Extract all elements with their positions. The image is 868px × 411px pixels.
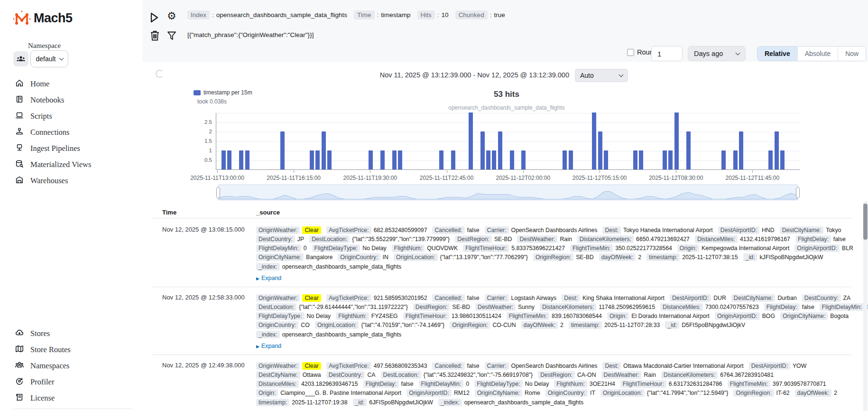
mode-absolute-button[interactable]: Absolute [797, 47, 838, 61]
histogram-bar[interactable] [245, 150, 249, 169]
field-key: DestAirportID: [749, 362, 790, 370]
home-icon [15, 79, 24, 89]
expand-row-button[interactable]: ▶Expand [256, 343, 281, 349]
sidebar-item-materialized-views[interactable]: Materialized Views [0, 157, 142, 173]
histogram-bar[interactable] [775, 131, 779, 169]
field-value: CA [367, 372, 375, 378]
mode-now-button[interactable]: Now [838, 47, 866, 61]
histogram-bar[interactable] [592, 112, 596, 169]
field-key: FlightTimeMin: [728, 380, 770, 388]
field-key: OriginCountry: [338, 253, 380, 261]
profiler-icon [15, 377, 24, 387]
column-header-source[interactable]: _source [256, 209, 280, 216]
field-key: Dest: [602, 226, 621, 234]
histogram-bar[interactable] [521, 150, 526, 169]
namespace-select[interactable]: default [30, 50, 68, 67]
histogram-bar[interactable] [486, 150, 490, 169]
histogram-bar[interactable] [380, 150, 385, 169]
field-key: OriginRegion: [733, 389, 774, 397]
sidebar-item-profiler[interactable]: Profiler [0, 374, 142, 390]
loading-spinner [156, 70, 164, 78]
navigator-left-handle[interactable] [216, 187, 220, 198]
expand-row-button[interactable]: ▶Expand [256, 275, 281, 281]
brand-logo: Mach5 [13, 9, 73, 27]
histogram-bar[interactable] [604, 150, 608, 169]
histogram-bar[interactable] [369, 150, 373, 169]
mode-relative-button[interactable]: Relative [757, 47, 797, 61]
histogram-bar[interactable] [498, 131, 502, 169]
x-axis-tick [447, 170, 447, 173]
field-key: DestWeather: [517, 235, 557, 243]
sidebar-item-scripts[interactable]: Scripts [0, 108, 142, 124]
histogram-bar[interactable] [322, 131, 326, 169]
histogram-bar[interactable] [310, 150, 314, 169]
field-value: 2 [560, 322, 563, 328]
field-key: _index: [256, 331, 280, 338]
x-axis-tick-label: 2025-11-11T13:00:00 [177, 175, 258, 181]
sidebar-item-stores[interactable]: Stores [0, 326, 142, 342]
sidebar-item-namespaces[interactable]: Namespaces [0, 358, 142, 374]
column-header-time[interactable]: Time [162, 209, 176, 216]
sidebar-item-warehouses[interactable]: Warehouses [0, 173, 142, 189]
histogram-bar[interactable] [686, 131, 691, 169]
field-key: AvgTicketPrice: [326, 362, 371, 370]
sidebar-item-license[interactable]: License [0, 390, 142, 406]
field-value: 2025-11-12T07:19:38 [292, 399, 347, 406]
field-key: Dest: [602, 362, 621, 370]
sidebar-item-notebooks[interactable]: Notebooks [0, 92, 142, 108]
histogram-bar[interactable] [768, 150, 773, 169]
histogram-bar[interactable] [280, 131, 285, 169]
sidebar-item-home[interactable]: Home [0, 76, 142, 92]
field-key: DestLocation: [256, 303, 296, 311]
histogram-bar[interactable] [239, 150, 243, 169]
chart-legend[interactable]: timestamp per 15m [194, 89, 252, 96]
scrollbar-thumb[interactable] [863, 204, 868, 240]
namespaces-icon [15, 361, 24, 371]
run-query-button[interactable] [149, 12, 159, 25]
histogram-bar[interactable] [439, 150, 443, 169]
sidebar-item-store-routes[interactable]: Store Routes [0, 342, 142, 358]
histogram-bar[interactable] [510, 150, 514, 169]
histogram-bar[interactable] [398, 150, 402, 169]
histogram-bar[interactable] [327, 150, 332, 169]
source-line: _index:opensearch_dashboards_sample_data… [256, 262, 406, 271]
field-key: Carrier: [485, 294, 509, 302]
histogram-bar[interactable] [668, 150, 673, 169]
field-key: OriginWeather: [256, 362, 300, 370]
histogram-bar[interactable] [315, 150, 320, 169]
histogram-bar[interactable] [480, 131, 485, 169]
round-checkbox[interactable] [627, 49, 634, 56]
histogram-bar[interactable] [633, 150, 637, 169]
histogram-bar[interactable] [569, 150, 573, 169]
histogram-bar[interactable] [780, 150, 785, 169]
time-unit-select[interactable]: Days ago [688, 46, 746, 61]
histogram-bar[interactable] [639, 150, 643, 169]
histogram-bar[interactable] [739, 131, 743, 169]
histogram-bar[interactable] [563, 150, 567, 169]
settings-gear-icon[interactable]: ⚙ [167, 10, 176, 22]
time-navigator[interactable] [218, 185, 798, 200]
navigator-right-handle[interactable] [796, 187, 800, 198]
sidebar-item-ingest-pipelines[interactable]: Ingest Pipelines [0, 140, 142, 157]
field-key: _index: [438, 399, 462, 406]
histogram-bar[interactable] [392, 150, 397, 169]
field-value: BOG [762, 313, 775, 319]
histogram-bar[interactable] [469, 112, 473, 169]
x-axis-tick-label: 2025-11-11T16:15:00 [253, 175, 334, 181]
histogram-bar[interactable] [227, 150, 231, 169]
histogram-bar[interactable] [222, 150, 226, 169]
interval-select[interactable]: Auto [575, 69, 628, 82]
delete-filter-button[interactable] [150, 30, 159, 42]
histogram-bar[interactable] [674, 112, 679, 169]
histogram-bar[interactable] [721, 150, 726, 169]
histogram-bar[interactable] [733, 150, 738, 169]
histogram-plot[interactable] [216, 113, 800, 170]
sidebar-item-connections[interactable]: Connections [0, 124, 142, 140]
histogram-bar[interactable] [663, 150, 667, 169]
filter-expression[interactable]: [{"match_phrase":{"OriginWeather":"Clear… [187, 31, 314, 38]
field-key: FlightDelayMin: [256, 244, 301, 252]
histogram-bar[interactable] [598, 131, 602, 169]
histogram-bar[interactable] [492, 150, 496, 169]
histogram-bar[interactable] [451, 150, 455, 169]
time-amount-input[interactable] [651, 46, 683, 61]
